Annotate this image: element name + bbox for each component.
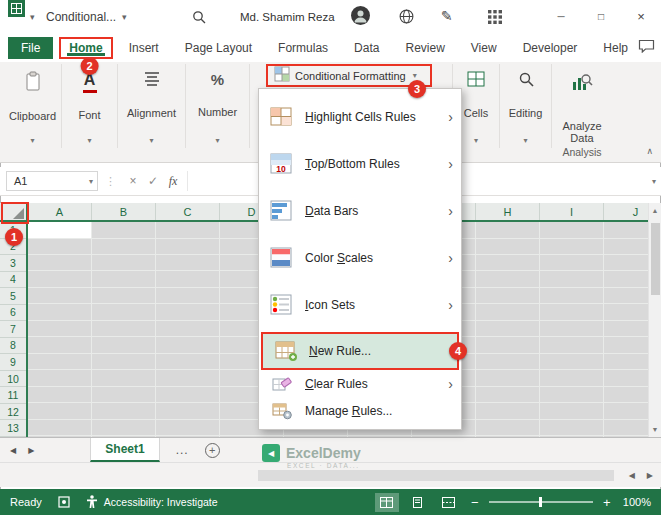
- avatar[interactable]: [351, 7, 370, 24]
- zoom-in-button[interactable]: +: [600, 495, 614, 510]
- horizontal-scrollbar-thumb[interactable]: [258, 470, 614, 481]
- editing-group-button[interactable]: Editing ▾: [500, 64, 552, 148]
- minimize-button[interactable]: ─: [541, 0, 581, 33]
- conditional-formatting-icon: [274, 66, 290, 85]
- tab-data[interactable]: Data: [344, 37, 389, 59]
- tab-file[interactable]: File: [8, 37, 53, 59]
- row-header[interactable]: 9: [0, 354, 26, 371]
- row-header[interactable]: 8: [0, 338, 26, 355]
- analysis-group-label: Analysis: [550, 146, 614, 158]
- page-break-preview-button[interactable]: [437, 493, 461, 512]
- row-header[interactable]: 7: [0, 321, 26, 338]
- tab-insert[interactable]: Insert: [119, 37, 169, 59]
- tab-review[interactable]: Review: [395, 37, 454, 59]
- select-all-button[interactable]: [0, 203, 28, 222]
- user-name[interactable]: Md. Shamim Reza: [240, 8, 335, 25]
- add-sheet-button[interactable]: +: [205, 443, 220, 458]
- formula-bar-expand-icon[interactable]: ▾: [652, 177, 656, 186]
- tab-developer[interactable]: Developer: [513, 37, 588, 59]
- column-header[interactable]: H: [476, 203, 540, 220]
- enter-icon[interactable]: ✓: [143, 174, 163, 188]
- column-header[interactable]: B: [92, 203, 156, 220]
- menu-item-color-scales[interactable]: Color Scales ›: [259, 234, 461, 281]
- insert-function-icon[interactable]: fx: [163, 174, 183, 189]
- alignment-group-button[interactable]: Alignment ▾: [118, 64, 186, 148]
- close-button[interactable]: ×: [621, 0, 661, 33]
- menu-item-label: Clear Rules: [305, 377, 368, 391]
- draw-pencil-icon[interactable]: ✎: [441, 7, 453, 24]
- sheet-nav-left-icon[interactable]: ◀: [10, 446, 16, 455]
- vertical-scrollbar-thumb[interactable]: [651, 223, 660, 295]
- sheet-tab-sheet1[interactable]: Sheet1: [90, 438, 159, 462]
- quick-access-chevron-icon[interactable]: ▾: [30, 8, 35, 25]
- apps-grid-icon[interactable]: [488, 8, 502, 25]
- sheet-nav-right-icon[interactable]: ▶: [28, 446, 34, 455]
- zoom-slider-thumb[interactable]: [539, 497, 542, 507]
- zoom-out-button[interactable]: −: [468, 495, 482, 510]
- title-dropdown-icon[interactable]: ▾: [122, 8, 127, 25]
- submenu-arrow-icon: ›: [448, 297, 455, 313]
- more-sheets[interactable]: ...: [176, 443, 189, 457]
- globe-icon[interactable]: [399, 8, 414, 25]
- menu-item-icon-sets[interactable]: Icon Sets ›: [259, 281, 461, 328]
- tab-home-label: Home: [69, 41, 102, 55]
- accessibility-icon[interactable]: [86, 495, 98, 509]
- step-badge-2: 2: [81, 57, 99, 75]
- menu-item-highlight-cells-rules[interactable]: Highlight Cells Rules ›: [259, 93, 461, 140]
- comments-icon[interactable]: [638, 39, 655, 56]
- scroll-left-icon[interactable]: ◀: [629, 471, 635, 480]
- column-header[interactable]: A: [28, 203, 92, 220]
- tab-help[interactable]: Help: [593, 37, 638, 59]
- menu-item-top-bottom-rules[interactable]: 10 Top/Bottom Rules ›: [259, 140, 461, 187]
- macro-record-icon[interactable]: [58, 496, 70, 508]
- column-header[interactable]: J: [604, 203, 648, 220]
- vertical-scrollbar[interactable]: ▲ ▼: [648, 203, 661, 437]
- menu-item-manage-rules[interactable]: Manage Rules...: [259, 397, 461, 424]
- analyze-data-label-line1: Analyze: [562, 120, 601, 132]
- name-box[interactable]: A1 ▾: [6, 171, 98, 191]
- analyze-data-button[interactable]: Analyze Data: [552, 64, 612, 148]
- name-box-chevron-icon[interactable]: ▾: [89, 177, 93, 186]
- scroll-right-icon[interactable]: ▶: [647, 471, 653, 480]
- tab-view[interactable]: View: [461, 37, 507, 59]
- column-header[interactable]: I: [540, 203, 604, 220]
- collapse-ribbon-icon[interactable]: ∧: [646, 146, 653, 156]
- row-header[interactable]: 3: [0, 255, 26, 272]
- row-header[interactable]: 13: [0, 420, 26, 437]
- scroll-up-icon[interactable]: ▲: [649, 207, 661, 214]
- data-bars-icon: [267, 199, 297, 223]
- svg-text:10: 10: [276, 163, 286, 173]
- maximize-button[interactable]: □: [581, 0, 621, 33]
- conditional-formatting-button[interactable]: Conditional Formatting ▾ 3: [266, 64, 432, 87]
- cancel-icon[interactable]: ×: [123, 174, 143, 188]
- row-header[interactable]: 11: [0, 387, 26, 404]
- formula-bar-handle[interactable]: ⋮: [105, 175, 116, 188]
- zoom-slider[interactable]: [489, 501, 593, 503]
- horizontal-scrollbar[interactable]: ◀ ▶: [0, 462, 661, 487]
- clipboard-group-button[interactable]: Clipboard ▾: [4, 64, 62, 148]
- row-header[interactable]: 6: [0, 305, 26, 322]
- row-header[interactable]: 4: [0, 272, 26, 289]
- row-header[interactable]: 5: [0, 288, 26, 305]
- tab-page-layout[interactable]: Page Layout: [175, 37, 262, 59]
- column-header[interactable]: C: [156, 203, 220, 220]
- scroll-down-icon[interactable]: ▼: [649, 426, 661, 433]
- zoom-level[interactable]: 100%: [623, 496, 651, 508]
- row-header[interactable]: 12: [0, 404, 26, 421]
- tab-formulas[interactable]: Formulas: [268, 37, 338, 59]
- search-icon[interactable]: [192, 8, 206, 25]
- font-group-button[interactable]: A Font ▾: [62, 64, 118, 148]
- tab-home[interactable]: Home 2: [59, 37, 112, 59]
- menu-item-new-rule[interactable]: New Rule... 4: [261, 332, 459, 370]
- row-header[interactable]: 10: [0, 371, 26, 388]
- menu-item-data-bars[interactable]: Data Bars ›: [259, 187, 461, 234]
- page-layout-view-button[interactable]: [406, 493, 430, 512]
- accessibility-status-label[interactable]: Accessibility: Investigate: [104, 496, 218, 508]
- menu-item-clear-rules[interactable]: Clear Rules ›: [259, 370, 461, 397]
- menu-item-label: Manage Rules...: [305, 404, 392, 418]
- number-group-button[interactable]: % Number ▾: [186, 64, 250, 148]
- active-cell-a1[interactable]: [28, 222, 91, 238]
- window-title: Conditional...: [46, 8, 116, 25]
- normal-view-button[interactable]: [375, 493, 399, 512]
- top-bottom-rules-icon: 10: [267, 152, 297, 176]
